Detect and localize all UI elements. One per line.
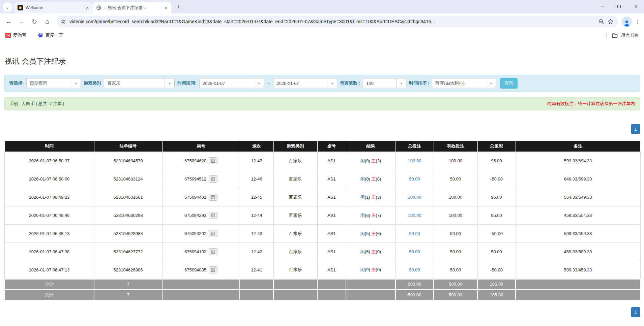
cell-bet-id: 523104634570 [94, 152, 162, 170]
chevron-down-icon[interactable]: ▾ [327, 78, 337, 88]
cell-total-bet: 50.00 [396, 243, 434, 261]
cell-session: 12-46 [240, 170, 273, 188]
filter-bar: 请选择: 日期查询 ▾ 游戏类别 百家乐 ▾ 时间区间: 2026-01-07 … [4, 75, 640, 92]
column-header: 有效投注 [434, 141, 477, 152]
date-end-value: 2026-01-07 [273, 78, 327, 88]
date-end-select[interactable]: 2026-01-07 ▾ [273, 78, 337, 88]
round-result-button[interactable]: ⚄ [209, 175, 217, 183]
player-score: (1) [365, 195, 372, 200]
home-button[interactable]: ⌂ [42, 16, 53, 27]
round-result-button[interactable]: ⚄ [209, 194, 217, 201]
bookmark-baidu[interactable]: 百度一下 [38, 32, 63, 38]
site-settings-icon[interactable] [61, 19, 66, 24]
player-result: 闲 [360, 249, 365, 254]
cell-result: 闲(0) 庄(3) [346, 152, 396, 170]
table-row: 2026-01-07 06:50:37523104634570675094620… [4, 152, 640, 170]
per-page-value: 100 [363, 78, 396, 88]
back-button[interactable]: ← [3, 16, 14, 27]
banker-result: 庄 [371, 176, 376, 182]
round-result-button[interactable]: ⚄ [209, 266, 217, 273]
dice-icon: ⚄ [211, 231, 215, 236]
search-button[interactable]: 查询 [500, 78, 518, 89]
round-result-button[interactable]: ⚄ [209, 157, 217, 164]
maximize-icon [617, 5, 621, 8]
round-result-button[interactable]: ⚄ [209, 248, 217, 255]
chevron-down-icon[interactable]: ▾ [486, 78, 496, 88]
profile-avatar[interactable] [622, 17, 632, 27]
round-result-button[interactable]: ⚄ [209, 230, 217, 237]
footer-cell [317, 279, 346, 290]
cell-round-id: 675094293⚄ [162, 206, 240, 225]
cell-table-no: AS1 [317, 188, 346, 206]
tab-welcome[interactable]: Welcome ✕ [14, 2, 93, 13]
banker-score: (7) [376, 213, 381, 218]
column-header: 总投注 [396, 141, 434, 152]
player-score: (6) [365, 249, 372, 254]
cell-session: 12-44 [240, 206, 273, 225]
bookmark-star-icon[interactable] [608, 19, 614, 25]
cell-note: 509.33/459.33 [516, 225, 640, 243]
dice-icon: ⚄ [211, 195, 215, 200]
footer-cell: 500.00 [434, 279, 477, 290]
globe-icon [96, 5, 101, 10]
address-bar[interactable]: videoie.com/game/betrecord_search/kind3?… [57, 16, 618, 27]
page-1-button[interactable]: 1 [631, 124, 640, 134]
chevron-down-icon[interactable]: ▾ [254, 78, 264, 88]
footer-cell [516, 279, 640, 290]
player-result: 闲 [360, 213, 365, 218]
close-tab-icon[interactable]: ✕ [163, 5, 169, 10]
date-range-label: 时间区间: [177, 80, 196, 86]
total-bet-link[interactable]: 50.00 [409, 231, 420, 236]
cell-table-no: AS1 [317, 152, 346, 170]
page-1-button[interactable]: 1 [631, 307, 640, 317]
total-bet-link[interactable]: 100.00 [408, 158, 421, 163]
cell-total-bet: 50.00 [396, 170, 434, 188]
new-tab-button[interactable]: + [174, 3, 183, 11]
column-header: 桌号 [317, 141, 346, 152]
select-label: 请选择: [9, 80, 24, 86]
maximize-button[interactable] [614, 2, 624, 11]
total-bet-link[interactable]: 100.00 [408, 195, 421, 200]
table-row: 2026-01-07 06:50:00523104633124675094512… [4, 170, 640, 188]
forward-button[interactable]: → [16, 16, 27, 27]
footer-cell [317, 290, 346, 300]
per-page-select[interactable]: 100 ▾ [363, 78, 406, 88]
close-window-button[interactable]: ✕ [631, 2, 641, 11]
total-bet-link[interactable]: 50.00 [409, 249, 420, 254]
banker-result: 庄 [371, 195, 376, 200]
cell-result: 闲(6) 庄(0) [346, 243, 396, 261]
game-kind-label: 游戏类别 [84, 80, 101, 86]
cell-round-id: 675094512⚄ [162, 170, 240, 188]
table-head: 时间注单编号局号场次游戏类别桌号结果总投注有效投注总派彩备注 [4, 141, 640, 152]
cell-payout: 95.00 [477, 206, 516, 225]
cell-payout: 95.00 [477, 188, 516, 206]
reload-button[interactable]: ↻ [29, 16, 40, 27]
cell-time: 2026-01-07 06:47:38 [4, 243, 94, 261]
footer-cell: 7 [94, 290, 162, 300]
total-bet-link[interactable]: 50.00 [409, 176, 420, 182]
close-tab-icon[interactable]: ✕ [85, 5, 90, 10]
total-bet-link[interactable]: 50.00 [409, 267, 420, 272]
chevron-down-icon[interactable]: ▾ [396, 78, 406, 88]
total-bet-link[interactable]: 100.00 [408, 213, 421, 218]
minimize-button[interactable]: ─ [597, 2, 608, 11]
query-type-select[interactable]: 日期查询 ▾ [26, 78, 81, 88]
round-result-button[interactable]: ⚄ [209, 212, 217, 219]
browser-menu-button[interactable]: ⋮ [634, 17, 641, 27]
bookmark-taobao[interactable]: 淘 爱淘宝 [5, 32, 26, 38]
date-start-select[interactable]: 2026-01-07 ▾ [199, 78, 264, 88]
cell-game-kind: 百家乐 [273, 206, 317, 225]
game-kind-select[interactable]: 百家乐 ▾ [104, 78, 175, 88]
cell-game-kind: 百家乐 [273, 243, 317, 261]
url-text[interactable]: videoie.com/game/betrecord_search/kind3?… [69, 19, 595, 24]
zoom-icon[interactable] [598, 19, 604, 25]
per-page-label: 每页笔数 : [340, 80, 360, 86]
chevron-down-icon[interactable]: ▾ [165, 78, 174, 88]
cell-round-id: 675094202⚄ [162, 225, 240, 243]
tab-search-button[interactable]: ⌄ [3, 2, 12, 12]
cell-game-kind: 百家乐 [273, 225, 317, 243]
all-bookmarks[interactable]: 所有书签 [606, 32, 639, 38]
tab-betrecord[interactable]: :::视讯 会员下注纪录::: ✕ [93, 2, 171, 13]
sort-select[interactable]: 降幂(由大到小) ▾ [432, 78, 496, 88]
chevron-down-icon[interactable]: ▾ [71, 78, 81, 88]
